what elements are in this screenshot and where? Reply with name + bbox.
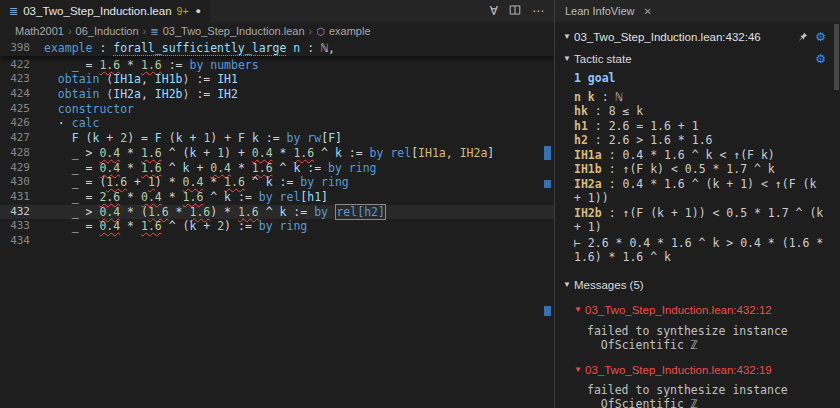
code-token: :	[92, 41, 113, 55]
code-token: by	[300, 175, 314, 189]
chevron-down-icon[interactable]: ▼	[574, 303, 585, 318]
gear-icon[interactable]: ⚙	[815, 53, 826, 65]
chevron-down-icon[interactable]: ▼	[574, 363, 585, 378]
hypothesis[interactable]: IH2b : ↑(F (k + 1)) < 0.5 * 1.7 ^ (k + 1…	[574, 206, 826, 235]
code-token: IH2a	[113, 87, 141, 101]
code-token: : ℕ,	[300, 41, 335, 55]
code-line-427[interactable]: 427 F (k + 2) = F (k + 1) + F k := by rw…	[0, 131, 554, 146]
tactic-state-header[interactable]: ▼ Tactic state ⚙	[563, 52, 826, 67]
code-token: *	[273, 146, 294, 160]
code-token: 0.4	[99, 219, 120, 233]
scrollbar-decoration[interactable]	[544, 306, 551, 316]
code-token: ]	[487, 146, 494, 160]
code-line-398[interactable]: 398example : forall_sufficiently_large n…	[0, 41, 554, 56]
code-token: :=	[300, 161, 328, 175]
editor-tab[interactable]: ≣ 03_Two_Step_Induction.lean 9+ ●	[0, 0, 210, 22]
code-line-429[interactable]: 429 _ = 0.4 * 1.6 ^ k + 0.4 * 1.6 ^ k :=…	[0, 161, 554, 176]
code-token: 0.4	[141, 190, 162, 204]
code-token: _ =	[72, 219, 100, 233]
chevron-down-icon[interactable]: ▼	[563, 52, 574, 67]
message-location[interactable]: ▼03_Two_Step_Induction.lean:432:12	[574, 303, 826, 318]
scrollbar-decoration[interactable]	[544, 180, 551, 188]
code-token: *	[162, 190, 183, 204]
hypothesis[interactable]: n k : ℕ	[574, 90, 826, 105]
breadcrumb-item[interactable]: 06_Induction	[76, 25, 139, 37]
code-line-434[interactable]: 434	[0, 234, 554, 249]
editor-tab-bar: ≣ 03_Two_Step_Induction.lean 9+ ● ∀ ⋯	[0, 0, 554, 22]
vscode-window: ≣ 03_Two_Step_Induction.lean 9+ ● ∀ ⋯ Ma…	[0, 0, 840, 408]
hypothesis-name: IH1a	[574, 148, 602, 162]
code-token: ring	[280, 219, 308, 233]
code-token: ) :=	[224, 219, 259, 233]
hypothesis-name: hk	[574, 104, 588, 118]
chevron-down-icon[interactable]: ▼	[563, 30, 574, 45]
close-icon[interactable]: ✕	[644, 6, 652, 17]
code-line-423[interactable]: 423 obtain ⟨IH1a, IH1b⟩ := IH1	[0, 72, 554, 87]
message: ▼03_Two_Step_Induction.lean:432:19failed…	[574, 363, 826, 408]
code-text: example : forall_sufficiently_large n : …	[30, 41, 335, 56]
split-editor-icon[interactable]	[509, 4, 521, 18]
code-line-426[interactable]: 426 · calc	[0, 116, 554, 131]
code-text: _ = 2.6 * 0.4 * 1.6 ^ k := by rel[h1]	[30, 190, 328, 205]
code-line-422[interactable]: 422 _ = 1.6 * 1.6 := by numbers	[0, 58, 554, 73]
goal[interactable]: ⊢ 2.6 * 0.4 * 1.6 ^ k > 0.4 * (1.6 * 1.6…	[574, 236, 826, 265]
messages-header[interactable]: ▼ Messages (5)	[563, 278, 826, 293]
code-token: ) *	[210, 205, 238, 219]
code-text: constructor	[30, 102, 134, 117]
code-token: ⟨	[99, 72, 113, 86]
code-token	[328, 205, 335, 219]
hypothesis[interactable]: IH1a : 0.4 * 1.6 ^ k < ↑(F k)	[574, 148, 826, 163]
hypothesis[interactable]: IH1b : ↑(F k) < 0.5 * 1.7 ^ k	[574, 162, 826, 177]
hypothesis[interactable]: h2 : 2.6 > 1.6 * 1.6	[574, 133, 826, 148]
infoview-location-header[interactable]: ▼ 03_Two_Step_Induction.lean:432:46 ⚙	[563, 30, 826, 45]
code-line-425[interactable]: 425 constructor	[0, 102, 554, 117]
code-token: *	[120, 190, 141, 204]
hypothesis[interactable]: h1 : 2.6 = 1.6 + 1	[574, 119, 826, 134]
code-line-433[interactable]: 433 _ = 0.4 * 1.6 ^ (k + 2) := by ring	[0, 219, 554, 234]
panel-scrollbar[interactable]	[834, 24, 839, 90]
code-token: *	[203, 175, 224, 189]
breadcrumb-item[interactable]: Math2001	[15, 25, 64, 37]
breadcrumb-item[interactable]: 03_Two_Step_Induction.lean	[163, 25, 305, 37]
hypothesis-type: : 2.6 > 1.6 * 1.6	[588, 133, 713, 147]
code-token: *	[120, 161, 141, 175]
message-location-label: 03_Two_Step_Induction.lean:432:12	[585, 303, 772, 318]
messages-label: Messages (5)	[574, 278, 644, 293]
code-token: by	[314, 205, 328, 219]
tactic-state-content: 1 goal n k : ℕhk : 8 ≤ kh1 : 2.6 = 1.6 +…	[563, 71, 826, 265]
hypothesis-type: : 0.4 * 1.6 ^ (k + 1) < ↑(F (k + 1))	[574, 177, 816, 206]
line-number: 426	[0, 116, 30, 131]
code-token: by	[259, 190, 273, 204]
code-token: k	[176, 131, 183, 145]
code-line-430[interactable]: 430 _ = (1.6 + 1) * 0.4 * 1.6 ^ k := by …	[0, 175, 554, 190]
panel-body: ▼ 03_Two_Step_Induction.lean:432:46 ⚙ ▼ …	[555, 22, 840, 408]
more-actions-icon[interactable]: ⋯	[532, 5, 544, 17]
code-line-424[interactable]: 424 obtain ⟨IH2a, IH2b⟩ := IH2	[0, 87, 554, 102]
forall-infoview-toggle-icon[interactable]: ∀	[490, 5, 498, 17]
code-token: ring	[321, 175, 349, 189]
message-location[interactable]: ▼03_Two_Step_Induction.lean:432:19	[574, 363, 826, 378]
code-token: forall_sufficiently_large	[113, 41, 286, 56]
code-token: :=	[231, 190, 259, 204]
code-line-431[interactable]: 431 _ = 2.6 * 0.4 * 1.6 ^ k := by rel[h1…	[0, 190, 554, 205]
scrollbar-decoration[interactable]	[544, 146, 551, 160]
line-number: 432	[0, 205, 30, 220]
gear-icon[interactable]: ⚙	[815, 31, 826, 43]
panel-tab[interactable]: Lean InfoView ✕	[555, 0, 662, 22]
code-line-432[interactable]: 432 _ > 0.4 * (1.6 * 1.6) * 1.6 ^ k := b…	[0, 205, 554, 220]
hypothesis-name: IH2a	[574, 177, 602, 191]
code-text: _ = 0.4 * 1.6 ^ (k + 2) := by ring	[30, 219, 307, 234]
line-number: 422	[0, 58, 30, 73]
code-area[interactable]: 398example : forall_sufficiently_large n…	[0, 40, 554, 408]
breadcrumb-item[interactable]: example	[329, 25, 371, 37]
chevron-down-icon[interactable]: ▼	[563, 278, 574, 293]
code-token: 1.6	[99, 58, 120, 72]
code-line-428[interactable]: 428 _ > 0.4 * 1.6 ^ (k + 1) + 0.4 * 1.6 …	[0, 146, 554, 161]
code-token: by	[328, 161, 342, 175]
hypothesis[interactable]: hk : 8 ≤ k	[574, 104, 826, 119]
dirty-dot-icon[interactable]: ●	[196, 6, 201, 16]
code-token: *	[120, 219, 141, 233]
pin-icon[interactable]	[797, 32, 808, 43]
hypothesis[interactable]: IH2a : 0.4 * 1.6 ^ (k + 1) < ↑(F (k + 1)…	[574, 177, 826, 206]
code-token: ⟨	[99, 87, 113, 101]
